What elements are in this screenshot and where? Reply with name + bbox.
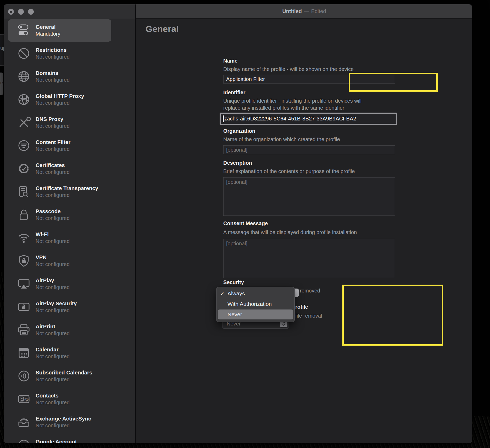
menu-item-with-authorization[interactable]: With Authorization	[218, 299, 293, 309]
sidebar-item-status: Not configured	[36, 123, 133, 130]
sidebar-item-domains[interactable]: Domains Not configured	[4, 65, 135, 88]
description-description: Brief explanation of the contents or pur…	[223, 168, 355, 174]
menu-item-label: With Authorization	[227, 301, 272, 307]
sidebar-item-status: Not configured	[36, 76, 133, 84]
sidebar-item-status: Mandatory	[36, 30, 133, 37]
sidebar-item-status: Not configured	[36, 146, 133, 153]
sidebar-item-label: Restrictions	[36, 46, 133, 53]
menu-item-never[interactable]: Never	[218, 309, 293, 319]
toggles-icon	[16, 23, 31, 38]
sidebar-item-google-account[interactable]: Google Account	[4, 434, 135, 443]
sidebar-item-status: Not configured	[36, 215, 133, 222]
sidebar-item-status: Not configured	[36, 169, 133, 176]
checkmark-icon: ✓	[218, 290, 227, 297]
sidebar-item-global-http-proxy[interactable]: Global HTTP Proxy Not configured	[4, 89, 135, 111]
broadcast-icon	[16, 369, 31, 383]
sidebar-item-label: Domains	[36, 69, 133, 76]
sidebar-item-dns-proxy[interactable]: DNS Proxy Not configured	[4, 112, 135, 134]
sidebar-item-restrictions[interactable]: Restrictions Not configured	[4, 42, 135, 65]
globe-icon	[16, 69, 31, 84]
consent-message-textarea[interactable]	[223, 239, 395, 278]
sidebar-item-label: DNS Proxy	[36, 115, 133, 123]
sidebar-item-status: Not configured	[36, 330, 133, 337]
sidebar-item-label: Calendar	[36, 346, 133, 353]
svg-text:@: @	[24, 397, 29, 402]
sidebar-item-airplay[interactable]: AirPlay Not configured	[4, 273, 135, 295]
general-panel: General Name Display name of the profile…	[136, 19, 472, 443]
page-title: General	[146, 24, 179, 34]
sidebar-item-label: General	[36, 23, 133, 30]
profile-editor-window: General Mandatory Restrictions Not confi…	[4, 4, 472, 443]
sidebar-item-airplay-security[interactable]: AirPlay Security Not configured	[4, 296, 135, 318]
sidebar-item-status: Not configured	[36, 53, 133, 60]
sidebar-item-airprint[interactable]: AirPrint Not configured	[4, 319, 135, 341]
description-label: Description	[223, 160, 252, 166]
zoom-button[interactable]	[28, 9, 34, 15]
payload-sidebar: General Mandatory Restrictions Not confi…	[4, 4, 136, 443]
consent-message-label: Consent Message	[223, 220, 268, 226]
envelope-circle-icon	[16, 438, 31, 443]
sidebar-item-label: Certificates	[36, 162, 133, 169]
sliver-text-2: e	[0, 80, 3, 86]
sidebar-item-label: Certificate Transparency	[36, 185, 133, 192]
screen-lock-icon	[16, 300, 31, 314]
window-titlebar[interactable]: Untitled — Edited	[136, 4, 472, 19]
sidebar-item-general[interactable]: General Mandatory	[4, 19, 135, 42]
sidebar-item-status: Not configured	[36, 353, 133, 360]
minimize-button[interactable]	[18, 9, 24, 15]
close-button[interactable]	[8, 9, 14, 15]
menu-item-always[interactable]: ✓ Always	[218, 289, 293, 298]
sidebar-item-passcode[interactable]: Passcode Not configured	[4, 204, 135, 226]
sidebar-item-exchange-activesync[interactable]: Exchange ActiveSync Not configured	[4, 411, 135, 433]
sidebar-item-status: Not configured	[36, 99, 133, 107]
lock-icon	[16, 207, 31, 222]
window-title: Untitled	[282, 8, 302, 14]
text-caret	[223, 115, 224, 122]
identifier-label: Identifier	[223, 90, 245, 96]
sidebar-item-subscribed-calendars[interactable]: Subscribed Calendars Not configured	[4, 365, 135, 387]
identifier-input[interactable]: zachs-air.6D322296-5C64-451B-8B27-33A9B9…	[220, 113, 397, 125]
calendar-icon	[16, 346, 31, 360]
sidebar-item-status: Not configured	[36, 376, 133, 383]
sidebar-item-wifi[interactable]: Wi-Fi Not configured	[4, 227, 135, 249]
sidebar-item-calendar[interactable]: Calendar Not configured	[4, 342, 135, 364]
screenshot: up e General Mandatory	[0, 0, 490, 448]
auto-remove-profile-description-fragment: file removal	[295, 313, 322, 319]
annotation-box-security	[342, 285, 443, 346]
sidebar-item-status: Not configured	[36, 284, 133, 291]
organization-label: Organization	[223, 128, 255, 134]
sidebar-item-status: Not configured	[36, 238, 133, 245]
sidebar-item-label: Content Filter	[36, 139, 133, 146]
name-description: Display name of the profile - will be sh…	[223, 66, 354, 72]
document-search-icon	[16, 184, 31, 199]
sidebar-item-status: Not configured	[36, 307, 133, 314]
sidebar-item-certificates[interactable]: Certificates Not configured	[4, 158, 135, 180]
sidebar-item-vpn[interactable]: VPN Not configured	[4, 250, 135, 272]
window-title-separator: —	[304, 8, 309, 14]
sidebar-item-label: Global HTTP Proxy	[36, 92, 133, 99]
description-textarea[interactable]	[223, 177, 395, 216]
menu-item-label: Always	[227, 290, 245, 297]
identifier-description-line2: replace any installed profiles with the …	[223, 105, 344, 111]
sidebar-item-content-filter[interactable]: Content Filter Not configured	[4, 135, 135, 157]
prohibition-icon	[16, 46, 31, 61]
organization-input[interactable]	[223, 145, 395, 154]
airplay-icon	[16, 276, 31, 291]
sidebar-item-status: Not configured	[36, 261, 133, 268]
sidebar-item-label: Passcode	[36, 208, 133, 215]
background-window-sliver-2: e	[0, 73, 3, 95]
sidebar-item-label: Exchange ActiveSync	[36, 415, 133, 422]
printer-icon	[16, 323, 31, 337]
sidebar-item-contacts[interactable]: @ Contacts Not configured	[4, 388, 135, 410]
sidebar-item-label: VPN	[36, 254, 133, 261]
sliver-text: up	[0, 45, 4, 51]
sidebar-item-certificate-transparency[interactable]: Certificate Transparency Not configured	[4, 181, 135, 203]
sidebar-item-status: Not configured	[36, 192, 133, 199]
security-label: Security	[223, 279, 244, 285]
sidebar-item-label: AirPrint	[36, 323, 133, 330]
globe-network-icon	[16, 92, 31, 107]
background-window-sliver: up	[0, 34, 4, 66]
name-input[interactable]	[223, 75, 395, 84]
consent-message-description: A message that will be displayed during …	[223, 229, 357, 235]
organization-description: Name of the organization which created t…	[223, 136, 340, 142]
